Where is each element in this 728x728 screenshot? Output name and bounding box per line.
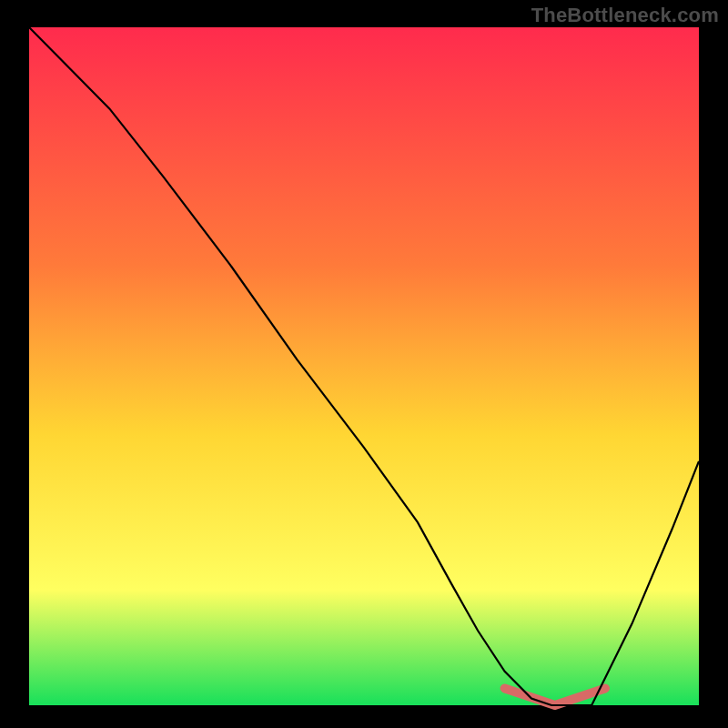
chart-frame: TheBottleneck.com (0, 0, 728, 728)
plot-background (29, 27, 699, 705)
watermark-label: TheBottleneck.com (531, 4, 719, 27)
bottleneck-chart (0, 0, 728, 728)
